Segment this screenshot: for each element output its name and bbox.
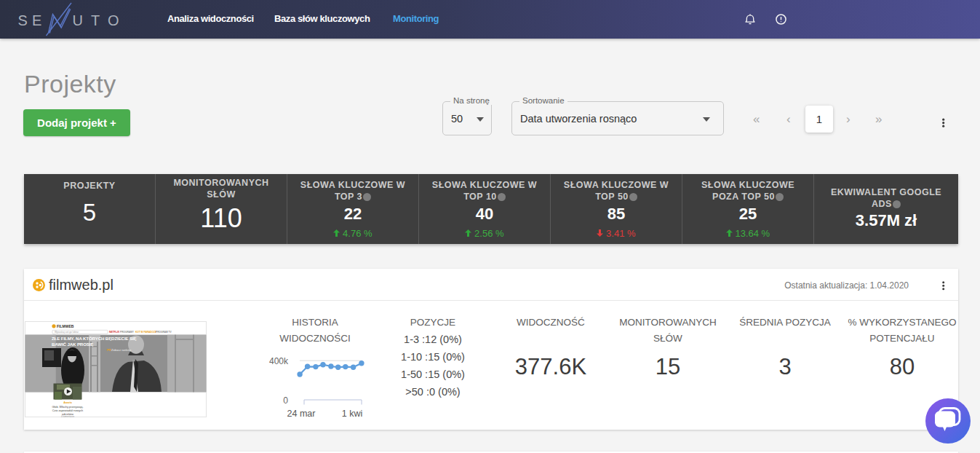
svg-text:PROGRAMY: PROGRAMY — [120, 331, 135, 334]
svg-text:ZŁE FILMY, NA KTÓRYCH BĘDZIECI: ZŁE FILMY, NA KTÓRYCH BĘDZIECIE SIĘ — [52, 336, 137, 341]
svg-text:PR: PR — [107, 348, 111, 352]
svg-text:S: S — [18, 12, 28, 28]
svg-text:Głob. Włochy przerywają.: Głob. Włochy przerywają. — [52, 406, 83, 409]
svg-text:BAWIĆ JAK PROSIĘ: BAWIĆ JAK PROSIĘ — [52, 342, 93, 347]
svg-text:0: 0 — [283, 395, 288, 406]
svg-text:24 mar: 24 mar — [287, 409, 316, 419]
svg-text:PROGRAM TV: PROGRAM TV — [156, 331, 172, 334]
svg-text:E: E — [32, 12, 41, 28]
svg-text:KOT W PARADOZE: KOT W PARADOZE — [135, 331, 156, 334]
svg-text:1 kwi: 1 kwi — [342, 409, 362, 419]
svg-text:400k: 400k — [269, 356, 289, 366]
svg-text:4 komentarze: 4 komentarze — [61, 415, 75, 418]
svg-text:U: U — [73, 12, 83, 28]
svg-text:T: T — [91, 12, 100, 28]
svg-text:Czio zapowiadali nowych: Czio zapowiadali nowych — [52, 409, 83, 412]
svg-text:NETFLIX: NETFLIX — [109, 331, 120, 334]
svg-text:Awaria: Awaria — [63, 401, 73, 404]
svg-text:FILMWEB: FILMWEB — [57, 324, 74, 328]
svg-text:Zobacz ranking: Zobacz ranking — [111, 348, 131, 352]
svg-text:Wyszukaj coś go lubisz: Wyszukaj coś go lubisz — [55, 331, 79, 334]
svg-text:O: O — [108, 12, 119, 28]
